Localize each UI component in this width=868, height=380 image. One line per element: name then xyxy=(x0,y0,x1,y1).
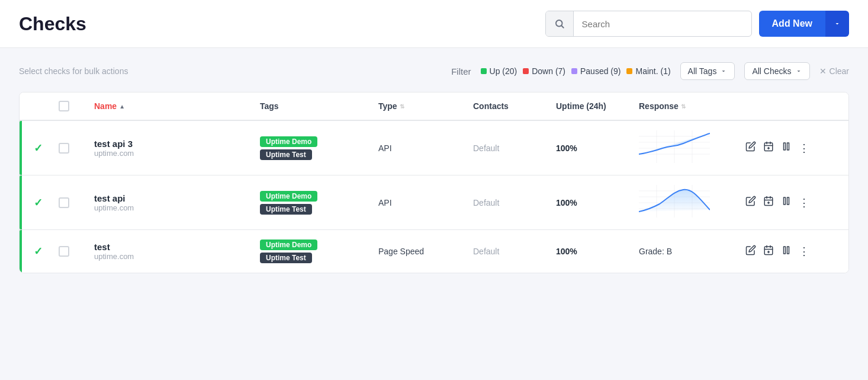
row-checkbox[interactable] xyxy=(59,197,69,208)
page-header: Checks Add New xyxy=(0,0,868,48)
more-icon[interactable]: ⋮ xyxy=(799,142,809,155)
down-dot xyxy=(523,68,529,74)
table-row: ✓ test api 3 uptime.com Uptime Demo Upti… xyxy=(20,121,848,175)
filter-bar: Select checks for bulk actions Filter Up… xyxy=(19,62,849,80)
search-input[interactable] xyxy=(574,19,751,29)
svg-rect-31 xyxy=(787,197,789,205)
name-sort-asc-icon: ▲ xyxy=(119,103,125,110)
response-sort-icon: ⇅ xyxy=(681,103,686,110)
th-name[interactable]: Name ▲ xyxy=(94,101,260,111)
header-actions: Add New xyxy=(545,11,849,37)
response-grade-cell: Grade: B xyxy=(639,247,745,256)
uptime-cell: 100% xyxy=(556,198,639,207)
tags-cell: Uptime Demo Uptime Test xyxy=(260,240,378,263)
table-header-row: Name ▲ Tags Type ⇅ Contacts Uptime (24h)… xyxy=(20,92,848,121)
th-name-label: Name xyxy=(94,101,117,111)
uptime-cell: 100% xyxy=(556,247,639,256)
status-bar-up xyxy=(20,175,22,229)
table-row: ✓ test uptime.com Uptime Demo Uptime Tes… xyxy=(20,230,848,273)
search-box xyxy=(545,11,752,37)
tag-uptime-demo[interactable]: Uptime Demo xyxy=(260,191,317,202)
type-cell: API xyxy=(378,143,473,153)
paused-dot xyxy=(571,68,577,74)
row-checkbox-cell xyxy=(59,197,94,208)
tag-uptime-demo[interactable]: Uptime Demo xyxy=(260,240,317,250)
edit-icon[interactable] xyxy=(745,196,756,209)
name-cell: test uptime.com xyxy=(94,242,260,261)
row-checkbox-cell xyxy=(59,246,94,257)
tag-uptime-test[interactable]: Uptime Test xyxy=(260,204,312,215)
th-checkbox xyxy=(59,101,94,111)
svg-rect-15 xyxy=(784,143,786,150)
schedule-icon[interactable] xyxy=(763,245,774,258)
th-tags-label: Tags xyxy=(260,101,279,111)
all-tags-dropdown[interactable]: All Tags xyxy=(680,62,735,80)
up-check-icon: ✓ xyxy=(29,142,59,155)
th-uptime-label: Uptime (24h) xyxy=(556,101,606,111)
contact-cell: Default xyxy=(473,143,556,153)
th-tags: Tags xyxy=(260,101,378,111)
add-new-button[interactable]: Add New xyxy=(759,11,825,37)
edit-icon[interactable] xyxy=(745,141,756,155)
search-icon-button[interactable] xyxy=(546,11,574,36)
svg-line-1 xyxy=(561,25,563,27)
pause-icon[interactable] xyxy=(781,245,792,258)
th-response-label: Response xyxy=(639,101,679,111)
type-sort-icon: ⇅ xyxy=(400,103,404,110)
check-name: test api 3 xyxy=(94,139,260,149)
schedule-icon[interactable] xyxy=(763,141,774,155)
all-tags-label: All Tags xyxy=(688,66,717,76)
filter-pills: Up (20) Down (7) Paused (9) Maint. (1) xyxy=(481,66,671,76)
row-checkbox[interactable] xyxy=(59,143,69,154)
more-icon[interactable]: ⋮ xyxy=(799,245,809,258)
tag-uptime-test[interactable]: Uptime Test xyxy=(260,149,312,160)
check-name: test xyxy=(94,242,260,252)
select-all-checkbox[interactable] xyxy=(59,101,69,111)
row-actions: ⋮ xyxy=(745,141,816,155)
tag-uptime-test[interactable]: Uptime Test xyxy=(260,253,312,263)
maint-dot xyxy=(626,68,632,74)
all-checks-dropdown[interactable]: All Checks xyxy=(744,62,809,80)
row-checkbox-cell xyxy=(59,143,94,154)
row-checkbox[interactable] xyxy=(59,246,69,257)
type-cell: API xyxy=(378,198,473,207)
up-dot xyxy=(481,68,487,74)
th-contacts: Contacts xyxy=(473,101,556,111)
table-row: ✓ test api uptime.com Uptime Demo Uptime… xyxy=(20,175,848,230)
svg-rect-30 xyxy=(784,197,786,205)
more-icon[interactable]: ⋮ xyxy=(799,196,809,209)
th-uptime: Uptime (24h) xyxy=(556,101,639,111)
name-cell: test api 3 uptime.com xyxy=(94,139,260,158)
contact-cell: Default xyxy=(473,247,556,256)
tags-cell: Uptime Demo Uptime Test xyxy=(260,191,378,215)
clear-x-icon: ✕ xyxy=(819,66,827,76)
all-checks-label: All Checks xyxy=(752,66,791,76)
filter-label: Filter xyxy=(451,66,471,76)
down-label: Down (7) xyxy=(532,66,565,76)
page-title: Checks xyxy=(19,13,86,35)
filter-maint[interactable]: Maint. (1) xyxy=(626,66,670,76)
schedule-icon[interactable] xyxy=(763,196,774,209)
edit-icon[interactable] xyxy=(745,245,756,258)
main-content: Select checks for bulk actions Filter Up… xyxy=(0,48,868,288)
checks-table: Name ▲ Tags Type ⇅ Contacts Uptime (24h)… xyxy=(19,92,849,273)
response-cell xyxy=(639,185,745,220)
filter-paused[interactable]: Paused (9) xyxy=(571,66,621,76)
th-response[interactable]: Response ⇅ xyxy=(639,101,745,111)
add-new-group: Add New xyxy=(759,11,849,37)
svg-rect-16 xyxy=(787,143,789,150)
svg-rect-38 xyxy=(784,247,786,254)
type-cell: Page Speed xyxy=(378,247,473,256)
clear-button[interactable]: ✕ Clear xyxy=(819,66,849,76)
pause-icon[interactable] xyxy=(781,196,792,209)
check-domain: uptime.com xyxy=(94,203,260,212)
name-cell: test api uptime.com xyxy=(94,193,260,212)
check-domain: uptime.com xyxy=(94,149,260,158)
filter-down[interactable]: Down (7) xyxy=(523,66,565,76)
th-type[interactable]: Type ⇅ xyxy=(378,101,473,111)
th-type-label: Type xyxy=(378,101,397,111)
add-new-dropdown-button[interactable] xyxy=(825,11,849,37)
tag-uptime-demo[interactable]: Uptime Demo xyxy=(260,136,317,147)
filter-up[interactable]: Up (20) xyxy=(481,66,517,76)
pause-icon[interactable] xyxy=(781,141,792,155)
